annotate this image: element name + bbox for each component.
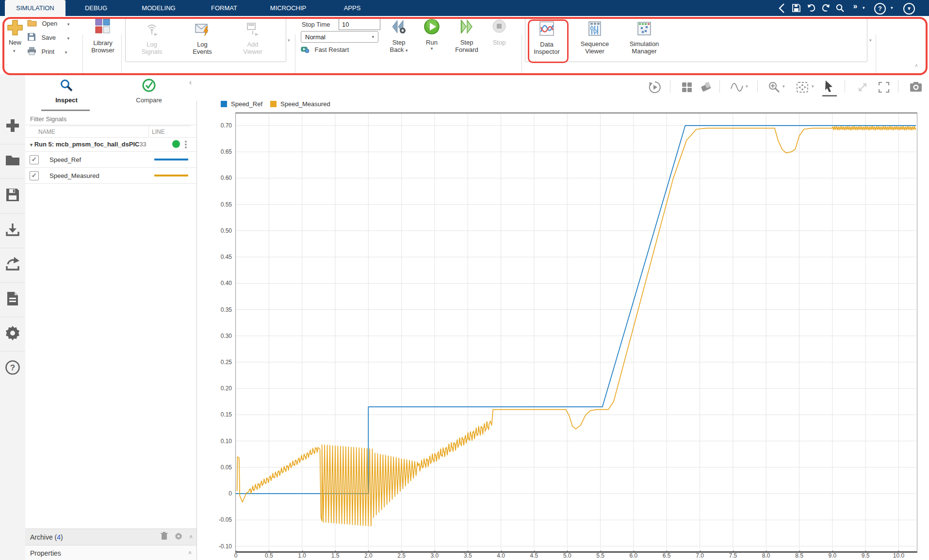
signal-row-speed-measured[interactable]: ✓ Speed_Measured bbox=[25, 168, 196, 183]
fullscreen-icon[interactable] bbox=[879, 82, 889, 95]
help-icon[interactable]: ? bbox=[5, 360, 20, 375]
eraser-icon[interactable] bbox=[700, 82, 712, 95]
sequence-viewer-button[interactable]: Sequence Viewer bbox=[576, 21, 613, 55]
stop-button[interactable]: Stop bbox=[488, 18, 510, 46]
log-signals-button[interactable]: Log Signals bbox=[132, 22, 172, 55]
plot-area[interactable] bbox=[235, 112, 917, 553]
expand-icon[interactable] bbox=[857, 82, 868, 95]
tab-compare[interactable]: Compare bbox=[108, 78, 190, 104]
speed-measured-line-swatch bbox=[154, 175, 188, 176]
open-button[interactable]: Open ▾ bbox=[27, 18, 69, 28]
x-tick-label: 1.0 bbox=[290, 552, 314, 559]
run-label-suffix: 33 bbox=[139, 141, 146, 148]
collapse-ribbon-icon[interactable]: ˄ bbox=[915, 63, 918, 68]
tab-apps[interactable]: APPS bbox=[326, 0, 378, 16]
signal-wave-icon[interactable] bbox=[730, 81, 744, 96]
stop-time-label: Stop Time bbox=[302, 21, 330, 28]
run-menu-icon[interactable] bbox=[185, 140, 187, 149]
redo-icon[interactable] bbox=[821, 3, 831, 13]
speed-ref-checkbox[interactable]: ✓ bbox=[30, 155, 39, 164]
more-actions-caret-icon[interactable]: ▾ bbox=[863, 5, 865, 10]
library-browser-button[interactable]: Library Browser bbox=[85, 18, 120, 54]
tab-debug[interactable]: DEBUG bbox=[73, 0, 119, 16]
help-caret-icon[interactable]: ▾ bbox=[891, 5, 893, 10]
library-browser-label-2: Browser bbox=[85, 47, 120, 54]
tab-microchip[interactable]: MICROCHIP bbox=[261, 0, 316, 16]
signal-row-speed-ref[interactable]: ✓ Speed_Ref bbox=[25, 152, 196, 167]
properties-bar[interactable]: Properties ˄ bbox=[25, 545, 196, 560]
tab-simulation[interactable]: SIMULATION bbox=[5, 0, 65, 16]
fit-view-caret-icon[interactable]: ▾ bbox=[812, 84, 814, 89]
add-icon[interactable] bbox=[5, 118, 20, 133]
signal-panel: Inspect Compare ‹ NAME LINE ▾ Run 5: mcb… bbox=[25, 74, 197, 560]
title-bar: SIMULATION DEBUG MODELING FORMAT MICROCH… bbox=[0, 0, 929, 16]
collapse-icon[interactable]: ▼ bbox=[903, 3, 915, 15]
x-tick-label: 3.5 bbox=[456, 552, 480, 559]
undo-icon[interactable] bbox=[807, 3, 816, 13]
save-icon[interactable] bbox=[792, 3, 801, 13]
step-forward-button[interactable]: Step Forward bbox=[452, 18, 481, 53]
prepare-gallery-caret-icon[interactable]: ▾ bbox=[288, 38, 290, 43]
add-viewer-button[interactable]: Add Viewer bbox=[233, 22, 273, 55]
save-button[interactable]: Save ▾ bbox=[27, 32, 69, 42]
archive-label: Archive ( bbox=[30, 533, 57, 541]
y-tick-label: -0.05 bbox=[193, 516, 232, 523]
new-icon bbox=[7, 19, 23, 38]
stop-time-input[interactable] bbox=[339, 18, 380, 30]
more-actions-icon[interactable]: » bbox=[850, 2, 861, 11]
y-tick-label: 0.55 bbox=[193, 201, 232, 208]
log-events-button[interactable]: Log Events bbox=[182, 22, 222, 55]
simulation-manager-button[interactable]: Simulation Manager bbox=[625, 21, 664, 55]
save-icon[interactable] bbox=[5, 187, 20, 203]
speed-measured-checkbox[interactable]: ✓ bbox=[30, 171, 39, 180]
fast-restart-button[interactable]: Fast Restart bbox=[301, 45, 349, 54]
chart-legend: Speed_Ref Speed_Measured bbox=[221, 100, 330, 108]
x-tick-label: 7.5 bbox=[721, 552, 745, 559]
report-icon[interactable] bbox=[5, 291, 20, 306]
search-icon[interactable] bbox=[835, 3, 845, 13]
review-gallery-caret-icon[interactable]: ▾ bbox=[869, 38, 872, 43]
pointer-icon[interactable] bbox=[823, 80, 837, 96]
help-icon[interactable]: ? bbox=[874, 3, 886, 15]
open-label: Open bbox=[42, 20, 57, 27]
simulation-mode-value: Normal bbox=[305, 33, 326, 41]
ribbon: New ▾ Open ▾ Save ▾ Print ▾ FILE Library… bbox=[0, 16, 929, 75]
library-browser-label-1: Library bbox=[85, 39, 120, 47]
archive-bar[interactable]: Archive (4) ˄ bbox=[25, 528, 196, 545]
layout-grid-icon[interactable] bbox=[682, 82, 692, 95]
run-expander-icon[interactable]: ▾ bbox=[30, 142, 33, 147]
column-header-line[interactable]: LINE bbox=[152, 128, 165, 135]
archive-settings-icon[interactable] bbox=[175, 532, 182, 542]
y-tick-label: 0.25 bbox=[193, 359, 232, 366]
data-inspector-icon bbox=[539, 21, 554, 37]
zoom-in-icon[interactable] bbox=[768, 81, 781, 96]
tab-modeling[interactable]: MODELING bbox=[131, 0, 186, 16]
settings-icon[interactable] bbox=[5, 325, 20, 341]
folder-icon[interactable] bbox=[5, 153, 20, 168]
fit-view-icon[interactable] bbox=[796, 81, 809, 95]
filter-signals-input[interactable] bbox=[29, 112, 191, 126]
import-icon[interactable] bbox=[5, 222, 20, 238]
y-tick-label: 0.50 bbox=[193, 227, 232, 234]
simulation-mode-dropdown[interactable]: Normal ▾ bbox=[301, 31, 378, 43]
run-row[interactable]: ▾ Run 5: mcb_pmsm_foc_hall_dsPIC33 bbox=[30, 141, 147, 148]
archive-collapse-icon[interactable]: ˄ bbox=[189, 534, 193, 541]
run-button[interactable]: Run ▾ bbox=[421, 18, 442, 51]
replay-icon[interactable] bbox=[649, 81, 661, 96]
tab-format[interactable]: FORMAT bbox=[196, 0, 252, 16]
zoom-in-caret-icon[interactable]: ▾ bbox=[782, 84, 785, 89]
collapse-panel-icon[interactable]: ‹ bbox=[189, 78, 192, 87]
log-events-icon bbox=[195, 22, 210, 38]
properties-collapse-icon[interactable]: ˄ bbox=[188, 550, 192, 557]
tab-inspect[interactable]: Inspect bbox=[25, 78, 108, 104]
export-icon[interactable] bbox=[5, 256, 20, 272]
step-back-button[interactable]: Step Back ▾ bbox=[386, 18, 411, 53]
snapshot-icon[interactable] bbox=[910, 81, 922, 94]
data-inspector-button[interactable]: Data Inspector bbox=[531, 21, 563, 55]
trash-icon[interactable] bbox=[161, 532, 168, 542]
print-button[interactable]: Print ▾ bbox=[27, 47, 67, 56]
column-header-name[interactable]: NAME bbox=[38, 128, 55, 135]
x-tick-label: 0 bbox=[224, 552, 248, 559]
y-tick-label: 0.40 bbox=[193, 280, 232, 287]
signal-wave-caret-icon[interactable]: ▾ bbox=[746, 84, 748, 89]
